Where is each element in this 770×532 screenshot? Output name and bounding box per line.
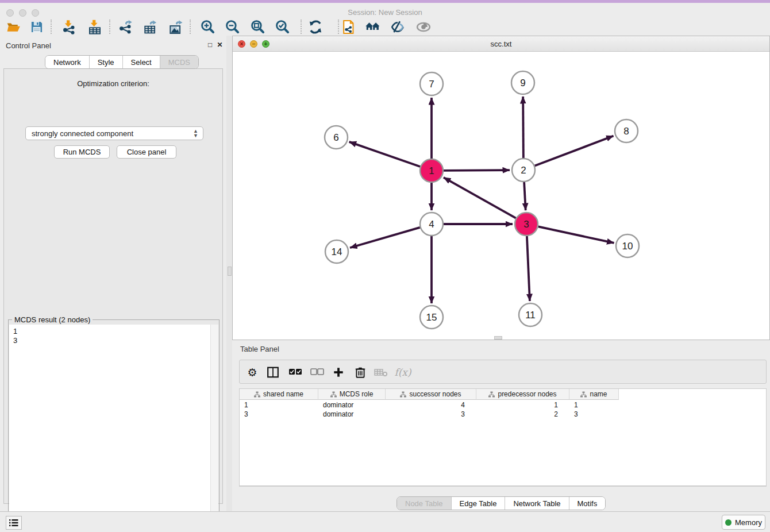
cell-MCDS-role[interactable]: dominator: [318, 410, 386, 419]
edge-3-11[interactable]: [527, 236, 530, 301]
add-column-icon[interactable]: [330, 364, 346, 380]
column-header-name[interactable]: name: [569, 389, 619, 400]
table-panel-title: Table Panel: [240, 345, 279, 353]
import-network-icon[interactable]: [61, 19, 77, 35]
node-table: shared nameMCDS rolesuccessor nodesprede…: [239, 388, 767, 485]
destroy-table-icon[interactable]: [373, 364, 389, 380]
cell-successor-nodes[interactable]: 4: [386, 400, 476, 410]
horizontal-divider-handle[interactable]: [494, 336, 502, 340]
import-table-icon[interactable]: [87, 19, 103, 35]
settings-gear-icon[interactable]: ⚙: [244, 364, 260, 380]
result-scrollbar[interactable]: [210, 325, 218, 532]
hide-details-icon[interactable]: [390, 19, 406, 35]
status-bar: Memory: [0, 511, 770, 532]
column-header-successor-nodes[interactable]: successor nodes: [386, 389, 476, 400]
mcds-result-list[interactable]: 13: [9, 325, 211, 532]
show-details-eye-icon[interactable]: [415, 19, 432, 35]
graph-node-10[interactable]: 10: [616, 234, 639, 257]
run-mcds-button[interactable]: Run MCDS: [54, 145, 110, 159]
graph-node-15[interactable]: 15: [420, 306, 443, 329]
graph-node-1[interactable]: 1: [420, 159, 443, 182]
export-table-icon[interactable]: [143, 19, 159, 35]
graph-node-3[interactable]: 3: [515, 213, 538, 236]
result-item: 1: [13, 327, 211, 336]
edge-3-1[interactable]: [444, 178, 516, 218]
zoom-fit-icon[interactable]: [250, 19, 266, 35]
column-flag-icon: [330, 391, 337, 398]
graph-node-2[interactable]: 2: [512, 159, 535, 182]
toolbar-separator: [338, 20, 339, 34]
table-tab-edge-table[interactable]: Edge Table: [452, 497, 506, 510]
clone-network-icon[interactable]: [340, 19, 356, 35]
panel-divider-handle[interactable]: [228, 267, 232, 276]
apply-layout-icon[interactable]: [307, 19, 324, 35]
cell-name[interactable]: 3: [569, 410, 619, 419]
cell-predecessor-nodes[interactable]: 1: [476, 400, 569, 410]
node-label: 15: [426, 312, 437, 323]
result-item: 3: [13, 336, 211, 345]
cell-shared-name[interactable]: 1: [240, 400, 318, 410]
edge-1-6[interactable]: [349, 142, 421, 167]
zoom-out-icon[interactable]: [225, 19, 241, 35]
export-network-icon[interactable]: [117, 19, 133, 35]
graph-node-11[interactable]: 11: [519, 303, 542, 326]
cell-predecessor-nodes[interactable]: 2: [476, 410, 569, 419]
edge-2-9[interactable]: [523, 97, 523, 158]
column-flag-icon: [400, 391, 406, 398]
edge-2-8[interactable]: [535, 136, 614, 166]
graph-node-8[interactable]: 8: [615, 119, 638, 142]
column-header-predecessor-nodes[interactable]: predecessor nodes: [476, 389, 569, 400]
tab-style[interactable]: Style: [90, 56, 123, 68]
zoom-in-icon[interactable]: [200, 19, 216, 35]
edge-1-2[interactable]: [444, 170, 510, 171]
table-tab-motifs[interactable]: Motifs: [569, 497, 606, 510]
cell-name[interactable]: 1: [569, 400, 619, 410]
cell-MCDS-role[interactable]: dominator: [318, 400, 386, 410]
close-panel-icon[interactable]: ✕: [217, 42, 223, 48]
table-tab-network-table[interactable]: Network Table: [505, 497, 569, 510]
cell-shared-name[interactable]: 3: [240, 410, 318, 419]
task-history-button[interactable]: [6, 516, 22, 530]
graph-node-4[interactable]: 4: [420, 213, 443, 236]
network-window-titlebar[interactable]: × – + scc.txt: [233, 36, 769, 52]
edge-3-10[interactable]: [538, 226, 614, 243]
node-label: 14: [332, 246, 342, 257]
network-canvas[interactable]: 7968124314101511: [233, 52, 769, 340]
criterion-dropdown[interactable]: strongly connected component ▲▼: [25, 126, 203, 140]
delete-column-icon[interactable]: [352, 364, 368, 380]
node-label: 6: [333, 132, 338, 143]
float-panel-icon[interactable]: □: [207, 42, 213, 48]
memory-button[interactable]: Memory: [722, 515, 765, 530]
graph-node-7[interactable]: 7: [420, 72, 443, 95]
table-row[interactable]: 3dominator323: [240, 410, 619, 419]
node-label: 1: [429, 165, 434, 176]
graph-node-14[interactable]: 14: [325, 240, 348, 263]
table-header-row: shared nameMCDS rolesuccessor nodesprede…: [240, 389, 619, 400]
graph-node-6[interactable]: 6: [325, 126, 348, 149]
select-all-icon[interactable]: [287, 364, 303, 380]
home-icon[interactable]: [365, 19, 381, 35]
close-panel-button[interactable]: Close panel: [117, 145, 176, 159]
node-label: 3: [523, 219, 529, 230]
export-image-icon[interactable]: [168, 19, 184, 35]
network-view-window: × – + scc.txt 7968124314101511: [232, 36, 770, 340]
node-label: 4: [429, 219, 434, 230]
save-session-icon[interactable]: [29, 19, 45, 35]
table-tab-node-table[interactable]: Node Table: [397, 497, 452, 510]
zoom-selected-icon[interactable]: [275, 19, 291, 35]
table-tabs: Node TableEdge TableNetwork TableMotifs: [396, 496, 606, 510]
tab-network[interactable]: Network: [45, 56, 90, 68]
split-view-icon[interactable]: [265, 364, 281, 380]
tab-select[interactable]: Select: [123, 56, 160, 68]
function-builder-icon[interactable]: f(x): [395, 364, 411, 380]
table-row[interactable]: 1dominator411: [240, 400, 619, 410]
deselect-all-icon[interactable]: [309, 364, 325, 380]
graph-node-9[interactable]: 9: [511, 71, 534, 94]
column-header-MCDS-role[interactable]: MCDS role: [318, 389, 386, 400]
edge-2-3[interactable]: [524, 182, 526, 210]
cell-successor-nodes[interactable]: 3: [386, 410, 476, 419]
column-header-shared-name[interactable]: shared name: [240, 389, 318, 400]
edge-4-14[interactable]: [350, 228, 420, 248]
open-session-icon[interactable]: [5, 19, 21, 35]
tab-mcds[interactable]: MCDS: [160, 56, 198, 68]
